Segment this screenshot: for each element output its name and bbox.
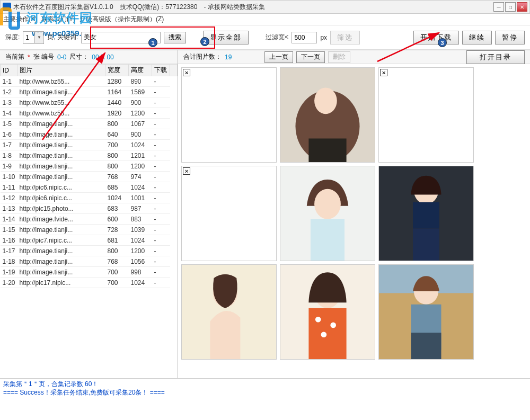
step-badge-1: 1	[148, 38, 157, 47]
table-row[interactable]: 1-1http://www.bz55...1280890-	[1, 76, 178, 87]
maximize-button[interactable]: □	[505, 2, 516, 12]
step-badge-3: 3	[438, 38, 447, 47]
table-row[interactable]: 1-8http://image.tianji...8001201-	[1, 150, 178, 161]
table-row[interactable]: 1-14http://image.fvide...600883-	[1, 214, 178, 225]
total-value: 19	[225, 53, 232, 61]
next-page-button[interactable]: 下一页	[296, 51, 325, 63]
thumbnail[interactable]	[280, 264, 375, 360]
cur-prefix: 当前第	[5, 52, 24, 61]
svg-rect-23	[411, 333, 441, 359]
table-row[interactable]: 1-9http://image.tianji...8001200-	[1, 161, 178, 172]
log-line-1: 采集第＂1＂页，合集记录数 60！	[3, 380, 527, 388]
thumbnail[interactable]: ✕	[181, 166, 277, 261]
log-footer: 采集第＂1＂页，合集记录数 60！ ==== Success！采集任务结束,免费…	[0, 378, 530, 399]
col-w[interactable]: 宽度	[105, 65, 129, 76]
continue-button[interactable]: 继续	[462, 31, 492, 44]
svg-rect-10	[413, 228, 439, 261]
size-label: 尺寸：	[69, 52, 89, 61]
thumbnail[interactable]	[378, 264, 474, 360]
table-row[interactable]: 1-16http://pic7.nipic.c...6811024-	[1, 235, 178, 246]
status-right: 合计图片数： 19 上一页 下一页 删除 打开目录	[178, 50, 530, 64]
table-row[interactable]: 1-20http://pic17.nipic...7001024-	[1, 278, 178, 288]
filter-button[interactable]: 筛选	[330, 31, 360, 44]
svg-point-16	[315, 317, 321, 323]
svg-point-18	[321, 332, 327, 337]
table-row[interactable]: 1-5http://image.tianji...8001067-	[1, 119, 178, 129]
step-badge-2: 2	[200, 37, 209, 46]
svg-rect-9	[413, 202, 439, 229]
table-row[interactable]: 1-15http://image.tianji...7281039-	[1, 225, 178, 235]
table-row[interactable]: 1-6http://image.tianji...640900-	[1, 129, 178, 140]
table-row[interactable]: 1-13http://pic15.photo...683987-	[1, 203, 178, 214]
table-row[interactable]: 1-3http://www.bz55...1440900-	[1, 97, 178, 108]
size-value: 00 X 00	[92, 53, 113, 61]
svg-rect-6	[311, 219, 344, 261]
cur-star: *	[28, 53, 30, 61]
filter-width-label: 过滤宽<	[266, 33, 288, 42]
toolbar: 深度: 1 ▼ 页, 关键词: 搜索 显示全部 过滤宽< px 筛选 开始下载 …	[0, 25, 530, 50]
page-keyword-label: 页, 关键词:	[47, 33, 78, 42]
result-table[interactable]: ID 图片 宽度 高度 下载 1-1http://www.bz55...1280…	[0, 64, 178, 378]
prev-page-button[interactable]: 上一页	[264, 51, 293, 63]
table-row[interactable]: 1-11http://pic6.nipic.c...6851024-	[1, 182, 178, 193]
thumbnail[interactable]	[280, 166, 375, 261]
svg-rect-15	[308, 308, 346, 359]
col-id[interactable]: ID	[1, 65, 17, 76]
watermark: 河东软件园	[0, 7, 93, 29]
thumbnail[interactable]	[280, 67, 375, 163]
close-icon[interactable]: ✕	[183, 167, 190, 175]
thumbnail[interactable]: ✕	[378, 67, 474, 163]
col-h[interactable]: 高度	[129, 65, 152, 76]
thumbnail[interactable]	[378, 166, 474, 261]
status-left: 当前第 * 张 编号 0-0 尺寸： 00 X 00	[0, 50, 178, 64]
svg-point-5	[314, 189, 341, 219]
pause-button[interactable]: 暂停	[495, 31, 525, 44]
delete-button[interactable]: 删除	[328, 51, 350, 63]
close-icon[interactable]: ✕	[380, 69, 387, 76]
total-label: 合计图片数：	[183, 52, 222, 61]
col-dl[interactable]: 下载	[152, 65, 170, 76]
thumbnail-grid[interactable]: ✕ ✕ ✕	[178, 64, 530, 378]
col-pic[interactable]: 图片	[17, 65, 105, 76]
filter-width-input[interactable]	[292, 32, 317, 43]
thumbnail[interactable]: ✕	[181, 67, 277, 163]
close-icon[interactable]: ✕	[183, 69, 190, 76]
table-row[interactable]: 1-12http://pic6.nipic.c...10241001-	[1, 193, 178, 203]
log-line-2: ==== Success！采集任务结束,免费版可采集20条！ ====	[3, 388, 527, 397]
minimize-button[interactable]: ─	[493, 2, 504, 12]
svg-rect-3	[308, 139, 346, 163]
svg-point-2	[314, 87, 337, 114]
depth-select[interactable]: 1 ▼	[23, 31, 44, 44]
table-row[interactable]: 1-17http://image.tianji...8001200-	[1, 246, 178, 256]
open-dir-button[interactable]: 打开目录	[466, 50, 525, 64]
table-row[interactable]: 1-10http://image.tianji...768974-	[1, 172, 178, 182]
table-row[interactable]: 1-2http://image.tianji...11641569-	[1, 87, 178, 97]
watermark-text: 河东软件园	[26, 10, 93, 26]
cur-zhang: 张 编号	[33, 52, 54, 61]
depth-label: 深度:	[5, 33, 20, 42]
table-row[interactable]: 1-18http://image.tianji...7681056-	[1, 256, 178, 267]
right-pane: 合计图片数： 19 上一页 下一页 删除 打开目录 ✕ ✕ ✕	[178, 50, 530, 378]
left-pane: 当前第 * 张 编号 0-0 尺寸： 00 X 00 ID 图片 宽度 高度 下…	[0, 50, 178, 378]
table-row[interactable]: 1-19http://image.tianji...700998-	[1, 267, 178, 278]
px-label: px	[320, 34, 327, 41]
chevron-down-icon[interactable]: ▼	[34, 32, 43, 43]
table-row[interactable]: 1-7http://image.tianji...7001024-	[1, 140, 178, 150]
close-button[interactable]: ✕	[517, 2, 527, 12]
table-row[interactable]: 1-4http://www.bz55...19201200-	[1, 108, 178, 119]
cur-num: 0-0	[57, 53, 66, 61]
search-button[interactable]: 搜索	[164, 32, 186, 43]
thumbnail[interactable]	[181, 264, 277, 360]
svg-point-17	[330, 323, 336, 328]
start-download-button[interactable]: 开始下载	[413, 31, 459, 44]
depth-value: 1	[25, 34, 29, 41]
show-all-button[interactable]: 显示全部	[203, 31, 249, 44]
